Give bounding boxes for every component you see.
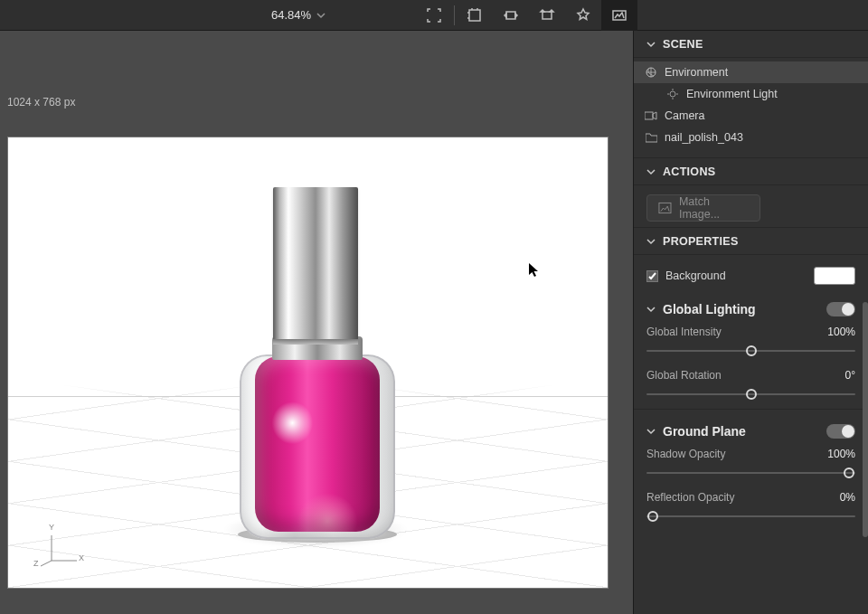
axis-gizmo: Y X Z	[39, 528, 84, 571]
svg-line-6	[41, 561, 52, 566]
reflection-opacity-slider[interactable]	[646, 509, 855, 524]
axis-y-label: Y	[49, 523, 54, 532]
folder-icon	[645, 133, 657, 143]
scene-item-label: Camera	[665, 109, 704, 122]
global-lighting-toggle[interactable]	[826, 302, 855, 316]
global-rotation-value: 0°	[845, 369, 855, 382]
reflection-opacity-label: Reflection Opacity	[646, 491, 734, 504]
chevron-down-icon	[646, 167, 656, 176]
star-tool-icon[interactable]	[565, 0, 601, 31]
background-color-swatch[interactable]	[814, 267, 855, 285]
scene-item-environment[interactable]: Environment	[634, 61, 868, 83]
zoom-control[interactable]: 64.84%	[271, 8, 326, 22]
global-lighting-label: Global Lighting	[663, 302, 756, 316]
global-intensity-slider[interactable]	[646, 344, 855, 358]
background-label: Background	[665, 269, 726, 282]
scene-tree: Environment Environment Light Camera nai…	[634, 58, 868, 157]
render-tool-icon[interactable]	[601, 0, 637, 31]
actions-section: ACTIONS Match Image...	[634, 157, 868, 227]
shadow-opacity-label: Shadow Opacity	[646, 448, 725, 460]
render-canvas[interactable]: Y X Z	[7, 137, 609, 589]
background-checkbox[interactable]	[646, 270, 658, 282]
global-rotation-label: Global Rotation	[646, 369, 722, 382]
scene-item-camera[interactable]: Camera	[634, 105, 868, 127]
toolbar-separator	[454, 5, 455, 25]
pan-right-icon[interactable]	[529, 0, 565, 31]
divider	[634, 409, 868, 410]
scene-item-nail-polish[interactable]: nail_polish_043	[634, 127, 868, 148]
scene-header-label: SCENE	[663, 38, 703, 51]
canvas-dimensions-label: 1024 x 768 px	[7, 96, 75, 109]
chevron-down-icon	[646, 40, 656, 49]
app-root: A 64.84% 1024 x 768 px	[0, 0, 868, 614]
axis-x-label: X	[79, 553, 84, 562]
chevron-down-icon	[646, 427, 656, 436]
3d-viewport[interactable]: 1024 x 768 px Y X Z	[0, 31, 633, 614]
svg-rect-9	[645, 112, 653, 119]
global-rotation-slider[interactable]	[646, 387, 855, 401]
top-toolbar: 64.84%	[0, 0, 868, 31]
reflection-opacity-value: 0%	[840, 491, 855, 504]
svg-rect-0	[469, 10, 480, 21]
properties-panel-header[interactable]: PROPERTIES	[634, 228, 868, 255]
pan-left-icon[interactable]	[493, 0, 529, 31]
svg-rect-10	[659, 203, 671, 213]
ground-plane-toggle[interactable]	[826, 424, 855, 439]
svg-point-8	[670, 91, 675, 97]
svg-rect-2	[542, 12, 552, 19]
image-icon	[658, 202, 672, 214]
chevron-down-icon	[646, 305, 656, 314]
scene-panel-header[interactable]: SCENE	[634, 31, 868, 58]
scene-item-label: Environment	[665, 66, 728, 79]
toolbar-icon-group	[416, 0, 637, 31]
global-lighting-header[interactable]: Global Lighting	[634, 293, 868, 326]
actions-header-label: ACTIONS	[663, 165, 715, 178]
actions-panel-header[interactable]: ACTIONS	[634, 158, 868, 185]
global-intensity-group: Global Intensity 100%	[634, 326, 868, 360]
shadow-opacity-slider[interactable]	[646, 466, 855, 480]
content-area: 1024 x 768 px Y X Z	[0, 31, 868, 614]
scene-item-label: Environment Light	[686, 88, 778, 100]
global-intensity-label: Global Intensity	[646, 326, 722, 338]
properties-header-label: PROPERTIES	[663, 235, 739, 248]
global-intensity-value: 100%	[827, 326, 855, 338]
scene-item-environment-light[interactable]: Environment Light	[634, 83, 868, 105]
nail-polish-liquid	[255, 356, 380, 532]
orbit-tool-icon[interactable]	[457, 0, 493, 31]
scene-item-label: nail_polish_043	[665, 131, 743, 144]
shadow-opacity-group: Shadow Opacity 100%	[634, 448, 868, 482]
reflection-opacity-group: Reflection Opacity 0%	[634, 491, 868, 525]
svg-rect-1	[506, 12, 515, 19]
ground-plane-label: Ground Plane	[663, 424, 746, 439]
globe-icon	[645, 67, 657, 78]
ground-plane-header[interactable]: Ground Plane	[634, 415, 868, 448]
camera-icon	[645, 111, 657, 120]
global-rotation-group: Global Rotation 0°	[634, 369, 868, 403]
frame-tool-icon[interactable]	[416, 0, 452, 31]
bottle-cap	[273, 187, 358, 341]
light-icon	[666, 89, 679, 99]
match-image-button[interactable]: Match Image...	[646, 194, 760, 222]
axis-z-label: Z	[33, 559, 39, 568]
scrollbar-thumb[interactable]	[863, 302, 868, 537]
properties-section: PROPERTIES Background Global Lighting	[634, 227, 868, 525]
chevron-down-icon	[646, 237, 656, 246]
match-image-label: Match Image...	[679, 195, 749, 221]
zoom-value: 64.84%	[271, 8, 311, 22]
right-side-panel: SCENE Environment Environment Light Came…	[633, 31, 868, 614]
shadow-opacity-value: 100%	[827, 448, 855, 460]
background-property-row: Background	[646, 264, 855, 288]
chevron-down-icon	[316, 11, 326, 20]
